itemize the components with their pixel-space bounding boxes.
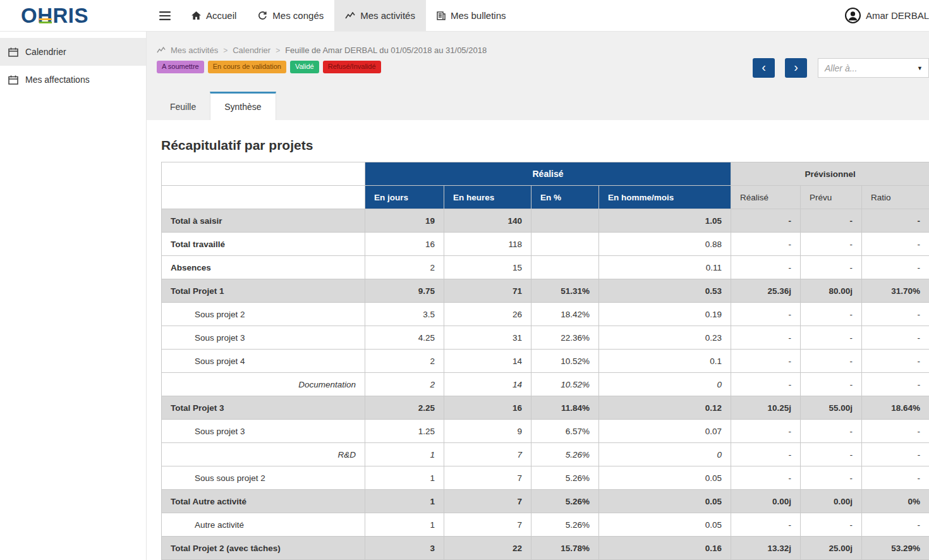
row-value: -: [862, 233, 929, 256]
topbar: OHRIS Accueil Mes congés Mes activités M…: [0, 0, 929, 32]
tab-synthese[interactable]: Synthèse: [210, 92, 276, 120]
column-header-en-heures: En heures: [444, 186, 531, 209]
calendar-icon: [8, 75, 18, 85]
table-row: Total Projet 2 (avec tâches)32215.78%0.1…: [162, 537, 929, 560]
row-value: -: [801, 466, 862, 490]
row-value: 0.23: [599, 326, 731, 350]
row-value: [531, 256, 599, 279]
row-value: 0.00j: [801, 490, 862, 513]
page-title: Récapitulatif par projets: [161, 138, 929, 153]
blank-header-cell: [162, 186, 365, 209]
blank-header-cell: [162, 162, 365, 186]
breadcrumb-separator: >: [223, 46, 228, 55]
row-value: 7: [444, 443, 531, 466]
row-value: 0.00j: [731, 490, 801, 513]
table-group-header-row: Réalisé Prévisionnel: [162, 162, 929, 186]
column-header-realise: Réalisé: [731, 186, 801, 209]
row-label: Sous projet 4: [162, 350, 365, 373]
nav-item-accueil[interactable]: Accueil: [181, 0, 247, 32]
row-label: Total Projet 3: [162, 396, 365, 420]
column-header-en-pourcent: En %: [531, 186, 599, 209]
row-value: 5.26%: [531, 490, 599, 513]
row-value: 10.52%: [531, 350, 599, 373]
sidebar-toggle-button[interactable]: [153, 0, 177, 32]
sidebar-item-mes-affectations[interactable]: Mes affectations: [0, 66, 146, 94]
row-value: -: [862, 420, 929, 443]
goto-select[interactable]: Aller à... ▼: [818, 58, 929, 78]
row-label: Total à saisir: [162, 209, 365, 233]
row-label: Absences: [162, 256, 365, 279]
logo[interactable]: OHRIS: [0, 5, 147, 26]
nav-item-mes-conges[interactable]: Mes congés: [247, 0, 334, 32]
row-value: -: [862, 326, 929, 350]
row-value: 1.05: [599, 209, 731, 233]
row-value: 6.57%: [531, 420, 599, 443]
table-row: Documentation21410.52%0---: [162, 373, 929, 396]
row-value: 4.25: [365, 326, 444, 350]
row-value: 5.26%: [531, 443, 599, 466]
row-value: 15: [444, 256, 531, 279]
sidebar: Calendrier Mes affectations: [0, 32, 147, 560]
row-value: 18.64%: [862, 396, 929, 420]
row-value: -: [862, 209, 929, 233]
row-value: 18.42%: [531, 303, 599, 326]
status-badge: Validé: [290, 61, 319, 73]
nav-item-mes-bulletins[interactable]: Mes bulletins: [426, 0, 517, 32]
row-value: 31.70%: [862, 279, 929, 303]
sidebar-item-calendrier[interactable]: Calendrier: [0, 38, 146, 66]
row-value: 53.29%: [862, 537, 929, 560]
table-row: Sous sous projet 2175.26%0.05---: [162, 466, 929, 490]
tab-feuille[interactable]: Feuille: [156, 92, 210, 120]
row-value: -: [731, 443, 801, 466]
row-value: 118: [444, 233, 531, 256]
row-value: [531, 209, 599, 233]
row-value: -: [862, 256, 929, 279]
row-value: 0.19: [599, 303, 731, 326]
logo-decoration: [39, 18, 52, 23]
row-value: 2: [365, 373, 444, 396]
nav-label: Mes congés: [272, 10, 324, 21]
row-value: 7: [444, 490, 531, 513]
row-value: 25.00j: [801, 537, 862, 560]
row-value: -: [731, 256, 801, 279]
row-label: Total travaillé: [162, 233, 365, 256]
row-value: 0.05: [599, 513, 731, 537]
row-label: Autre activité: [162, 513, 365, 537]
row-value: 2: [365, 256, 444, 279]
row-value: 11.84%: [531, 396, 599, 420]
nav-item-mes-activites[interactable]: Mes activités: [334, 0, 426, 32]
breadcrumb-item-calendrier[interactable]: Calendrier: [233, 46, 270, 55]
group-header-previsionnel: Prévisionnel: [731, 162, 929, 186]
row-value: -: [862, 350, 929, 373]
table-row: Total Projet 19.757151.31%0.5325.36j80.0…: [162, 279, 929, 303]
status-badge: En cours de validation: [208, 61, 286, 73]
next-period-button[interactable]: ›: [785, 58, 807, 78]
row-value: -: [801, 513, 862, 537]
row-value: 5.26%: [531, 513, 599, 537]
column-header-en-jours: En jours: [365, 186, 444, 209]
row-value: 10.52%: [531, 373, 599, 396]
goto-placeholder: Aller à...: [825, 63, 857, 73]
main-content: Mes activités > Calendrier > Feuille de …: [147, 32, 929, 560]
row-value: -: [731, 233, 801, 256]
row-value: -: [731, 303, 801, 326]
row-value: 16: [365, 233, 444, 256]
user-avatar-icon: [845, 8, 861, 23]
nav-label: Accueil: [206, 10, 236, 21]
row-value: -: [862, 303, 929, 326]
row-value: -: [731, 350, 801, 373]
user-menu[interactable]: Amar DERBAL: [845, 0, 929, 32]
row-value: 16: [444, 396, 531, 420]
row-value: 140: [444, 209, 531, 233]
table-row: Sous projet 421410.52%0.1---: [162, 350, 929, 373]
summary-table: Réalisé Prévisionnel En jours En heures …: [161, 162, 929, 560]
row-value: 9: [444, 420, 531, 443]
breadcrumb-item-mes-activites[interactable]: Mes activités: [171, 46, 218, 55]
row-value: -: [801, 350, 862, 373]
row-value: 0: [599, 373, 731, 396]
row-value: 2: [365, 350, 444, 373]
row-value: 15.78%: [531, 537, 599, 560]
row-value: 0.05: [599, 466, 731, 490]
previous-period-button[interactable]: ‹: [753, 58, 775, 78]
row-value: 10.25j: [731, 396, 801, 420]
